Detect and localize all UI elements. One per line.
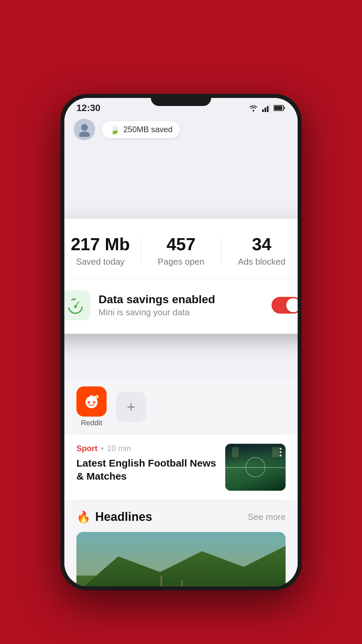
stat-pages-open-label: Pages open <box>141 257 221 267</box>
quick-icons-row: Reddit + <box>64 380 298 434</box>
football-field-bg <box>225 444 286 491</box>
stats-card: 217 Mb Saved today 457 Pages open 34 Ads… <box>64 219 298 334</box>
phone-screen: 12:30 <box>64 98 298 586</box>
wifi-icon <box>248 104 259 112</box>
svg-point-9 <box>79 131 90 137</box>
stat-saved-today-value: 217 Mb <box>64 235 140 254</box>
headlines-section: 🔥 Headlines See more <box>64 500 298 586</box>
stat-ads-blocked-label: Ads blocked <box>222 257 298 267</box>
browser-bar: 🍃 250MB saved <box>64 113 298 146</box>
news-category: Sport <box>76 444 98 453</box>
stat-pages-open-value: 457 <box>141 235 221 254</box>
svg-rect-1 <box>262 109 264 112</box>
svg-rect-2 <box>264 108 266 112</box>
svg-point-19 <box>88 400 90 401</box>
news-article[interactable]: Sport • 10 min Latest English Football N… <box>76 444 286 491</box>
savings-subtitle: Mini is saving your data <box>99 307 263 318</box>
savings-title: Data savings enabled <box>99 293 263 306</box>
svg-rect-7 <box>284 107 285 109</box>
data-saved-text: 250MB saved <box>123 125 173 134</box>
fire-icon: 🔥 <box>76 510 90 524</box>
status-time: 12:30 <box>76 103 101 113</box>
data-saved-badge: 🍃 250MB saved <box>102 121 180 138</box>
avatar <box>74 119 95 140</box>
svg-point-17 <box>96 396 98 398</box>
news-title: Latest English Football News & Matches <box>76 457 217 483</box>
news-time: 10 min <box>107 444 131 453</box>
svg-point-0 <box>253 110 254 112</box>
headlines-title: Headlines <box>95 510 152 524</box>
svg-rect-4 <box>269 104 270 112</box>
leaf-icon: 🍃 <box>109 124 120 135</box>
add-icon: + <box>116 392 146 422</box>
reddit-shortcut[interactable]: Reddit <box>76 386 107 427</box>
reddit-label: Reddit <box>81 419 102 427</box>
signal-icon <box>262 104 270 112</box>
add-shortcut[interactable]: + <box>116 392 146 422</box>
svg-point-20 <box>93 400 95 401</box>
news-meta: Sport • 10 min <box>76 444 217 453</box>
stat-pages-open: 457 Pages open <box>141 235 221 267</box>
news-section: Sport • 10 min Latest English Football N… <box>64 434 298 500</box>
stats-separator <box>64 278 298 278</box>
thumbnail-dots <box>280 448 282 457</box>
headlines-left: 🔥 Headlines <box>76 510 152 524</box>
battery-icon <box>274 105 286 111</box>
svg-rect-6 <box>274 106 282 110</box>
news-text: Sport • 10 min Latest English Football N… <box>76 444 217 483</box>
reddit-icon <box>76 386 107 417</box>
headline-image[interactable]: Travel <box>76 532 286 586</box>
svg-point-12 <box>74 305 77 308</box>
phone-mockup: 12:30 <box>60 94 302 590</box>
svg-point-8 <box>81 124 88 131</box>
news-thumbnail <box>225 444 286 491</box>
stat-ads-blocked-value: 34 <box>222 235 298 254</box>
field-circle <box>245 457 265 477</box>
svg-rect-3 <box>267 106 268 112</box>
data-savings-toggle[interactable] <box>272 297 298 314</box>
savings-text: Data savings enabled Mini is saving your… <box>99 293 263 318</box>
add-symbol: + <box>127 398 135 415</box>
toggle-knob <box>286 298 298 312</box>
user-icon <box>77 122 92 137</box>
headlines-header: 🔥 Headlines See more <box>76 510 286 524</box>
stats-row: 217 Mb Saved today 457 Pages open 34 Ads… <box>64 235 298 267</box>
status-icons <box>248 104 286 112</box>
phone-content: Reddit + Sport <box>64 380 298 586</box>
stat-ads-blocked: 34 Ads blocked <box>222 235 298 267</box>
stat-saved-today: 217 Mb Saved today <box>64 235 140 267</box>
phone-notch <box>151 94 211 106</box>
landscape-overlay <box>76 532 286 586</box>
data-savings-row: Data savings enabled Mini is saving your… <box>64 290 298 320</box>
stat-saved-today-label: Saved today <box>64 257 140 267</box>
see-more-button[interactable]: See more <box>248 512 286 522</box>
news-dot: • <box>101 444 104 453</box>
phone-frame: 12:30 <box>60 94 302 590</box>
speedometer-graphic <box>66 296 85 315</box>
speedometer-icon <box>64 290 90 320</box>
svg-point-18 <box>90 395 93 398</box>
reddit-logo <box>82 392 101 411</box>
